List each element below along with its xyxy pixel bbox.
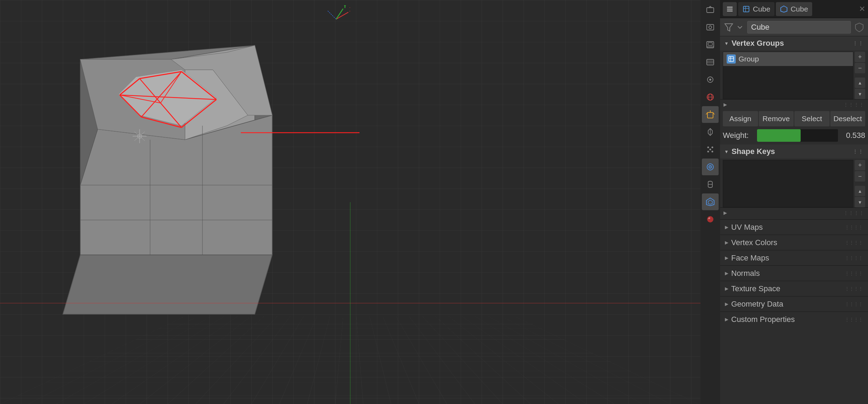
panel-tab-1-label: Cube bbox=[753, 5, 770, 13]
remove-vertex-group-button[interactable]: − bbox=[855, 63, 865, 73]
uv-maps-section[interactable]: ▶ UV Maps ⋮⋮⋮⋮ bbox=[720, 219, 868, 235]
viewport[interactable]: X Y bbox=[0, 0, 700, 404]
svg-marker-73 bbox=[708, 200, 712, 204]
modifier-icon-btn[interactable] bbox=[702, 124, 719, 140]
svg-rect-50 bbox=[707, 59, 714, 65]
object-name-input[interactable] bbox=[747, 21, 851, 34]
select-button[interactable]: Select bbox=[794, 111, 830, 126]
vertex-groups-section-header[interactable]: ▼ Vertex Groups ⋮⋮ bbox=[720, 36, 868, 50]
weight-label: Weight: bbox=[723, 131, 754, 140]
face-maps-section[interactable]: ▶ Face Maps ⋮⋮⋮⋮ bbox=[720, 250, 868, 265]
shape-keys-list-container: + − ▲ ▼ bbox=[723, 160, 865, 207]
svg-point-64 bbox=[712, 147, 713, 148]
vg-dots: ⋮⋮ bbox=[853, 41, 864, 46]
panel-tab-1[interactable]: Cube bbox=[738, 2, 774, 16]
svg-point-63 bbox=[707, 147, 709, 148]
axis-gizmo: X Y bbox=[322, 5, 350, 35]
assign-button[interactable]: Assign bbox=[723, 111, 758, 126]
svg-text:X: X bbox=[349, 7, 350, 13]
render-icon-btn[interactable] bbox=[702, 19, 719, 36]
move-vg-down-button[interactable]: ▼ bbox=[855, 89, 865, 99]
deselect-button[interactable]: Deselect bbox=[830, 111, 866, 126]
svg-rect-58 bbox=[707, 112, 713, 118]
filter-icon bbox=[724, 23, 733, 32]
material-icon-btn[interactable] bbox=[702, 211, 719, 228]
properties-panel: Cube Cube ✕ bbox=[700, 0, 868, 404]
data-icon-btn[interactable] bbox=[702, 193, 719, 210]
shape-keys-label: Shape Keys bbox=[732, 147, 775, 156]
sk-expand-icon: ▶ bbox=[724, 210, 727, 215]
close-icon[interactable]: ✕ bbox=[859, 5, 865, 14]
normals-label: Normals bbox=[731, 269, 760, 278]
svg-marker-83 bbox=[725, 24, 733, 31]
floor-axes bbox=[0, 202, 700, 404]
vertex-group-name: Group bbox=[739, 55, 759, 63]
fm-triangle-icon: ▶ bbox=[725, 255, 728, 260]
panel-top-tabs: Cube Cube ✕ bbox=[720, 0, 868, 18]
fm-dots: ⋮⋮⋮⋮ bbox=[845, 256, 863, 260]
add-shape-key-button[interactable]: + bbox=[855, 160, 865, 170]
svg-point-70 bbox=[710, 167, 711, 168]
uv-maps-label: UV Maps bbox=[731, 223, 763, 232]
shield-icon bbox=[854, 22, 864, 32]
view-layer-icon-btn[interactable] bbox=[702, 54, 719, 71]
vertex-groups-list: Group bbox=[723, 52, 853, 99]
vg-drag-handle: ⋮⋮⋮⋮ bbox=[844, 102, 865, 107]
face-maps-label: Face Maps bbox=[731, 254, 769, 263]
object-icon-btn[interactable] bbox=[702, 106, 719, 123]
normals-triangle-icon: ▶ bbox=[725, 271, 728, 276]
svg-rect-76 bbox=[727, 7, 733, 8]
svg-rect-77 bbox=[727, 8, 733, 9]
vg-collapse-row[interactable]: ▶ ⋮⋮⋮⋮ bbox=[720, 99, 868, 110]
move-sk-up-button[interactable]: ▲ bbox=[855, 186, 865, 196]
ts-dots: ⋮⋮⋮⋮ bbox=[845, 286, 863, 291]
panel-tab-2[interactable]: Cube bbox=[776, 2, 812, 16]
remove-shape-key-button[interactable]: − bbox=[855, 171, 865, 182]
panel-menu-button[interactable] bbox=[723, 2, 737, 16]
vertex-groups-list-container: Group + − ▲ ▼ bbox=[723, 52, 865, 99]
vertex-colors-label: Vertex Colors bbox=[731, 238, 777, 247]
vertex-colors-section[interactable]: ▶ Vertex Colors ⋮⋮⋮⋮ bbox=[720, 235, 868, 250]
vertex-groups-label: Vertex Groups bbox=[732, 39, 784, 48]
svg-rect-78 bbox=[727, 10, 733, 12]
sk-dots: ⋮⋮ bbox=[853, 149, 864, 154]
weight-value: 0.538 bbox=[841, 131, 865, 140]
texture-space-section[interactable]: ▶ Texture Space ⋮⋮⋮⋮ bbox=[720, 281, 868, 296]
move-vg-up-button[interactable]: ▲ bbox=[855, 78, 865, 88]
icon-sidebar bbox=[700, 0, 720, 404]
svg-rect-84 bbox=[729, 57, 734, 61]
move-sk-down-button[interactable]: ▼ bbox=[855, 197, 865, 207]
sk-collapse-row[interactable]: ▶ ⋮⋮⋮⋮ bbox=[720, 207, 868, 218]
sk-triangle-icon: ▼ bbox=[724, 149, 729, 154]
weight-row: Weight: 0.538 bbox=[723, 128, 865, 143]
scene-props-icon-btn[interactable] bbox=[702, 71, 719, 88]
uv-triangle-icon: ▶ bbox=[725, 225, 728, 230]
texture-space-label: Texture Space bbox=[731, 284, 780, 293]
svg-point-66 bbox=[707, 151, 709, 153]
world-icon-btn[interactable] bbox=[702, 89, 719, 105]
custom-properties-section[interactable]: ▶ Custom Properties ⋮⋮⋮⋮ bbox=[720, 311, 868, 327]
vg-expand-icon: ▶ bbox=[724, 102, 727, 107]
svg-point-67 bbox=[712, 151, 713, 153]
normals-section[interactable]: ▶ Normals ⋮⋮⋮⋮ bbox=[720, 265, 868, 281]
geometry-data-section[interactable]: ▶ Geometry Data ⋮⋮⋮⋮ bbox=[720, 296, 868, 311]
shape-keys-section-header[interactable]: ▼ Shape Keys ⋮⋮ bbox=[720, 145, 868, 159]
props-content: Cube Cube ✕ bbox=[720, 0, 868, 404]
custom-properties-label: Custom Properties bbox=[731, 315, 795, 324]
physics-icon-btn[interactable] bbox=[702, 159, 719, 175]
vertex-group-item[interactable]: Group bbox=[723, 52, 853, 66]
remove-button[interactable]: Remove bbox=[759, 111, 794, 126]
constraints-icon-btn[interactable] bbox=[702, 176, 719, 193]
output-icon-btn[interactable] bbox=[702, 36, 719, 53]
svg-rect-49 bbox=[708, 43, 712, 45]
ts-triangle-icon: ▶ bbox=[725, 286, 728, 291]
weight-bar[interactable] bbox=[757, 129, 838, 142]
cp-dots: ⋮⋮⋮⋮ bbox=[845, 317, 863, 322]
vg-triangle-icon: ▼ bbox=[724, 41, 729, 46]
gd-triangle-icon: ▶ bbox=[725, 301, 728, 307]
particles-icon-btn[interactable] bbox=[702, 141, 719, 158]
dropdown-arrow-icon bbox=[736, 23, 744, 31]
scene-icon-btn[interactable] bbox=[702, 1, 719, 18]
vg-action-buttons: Assign Remove Select Deselect bbox=[723, 111, 865, 126]
add-vertex-group-button[interactable]: + bbox=[855, 52, 865, 62]
